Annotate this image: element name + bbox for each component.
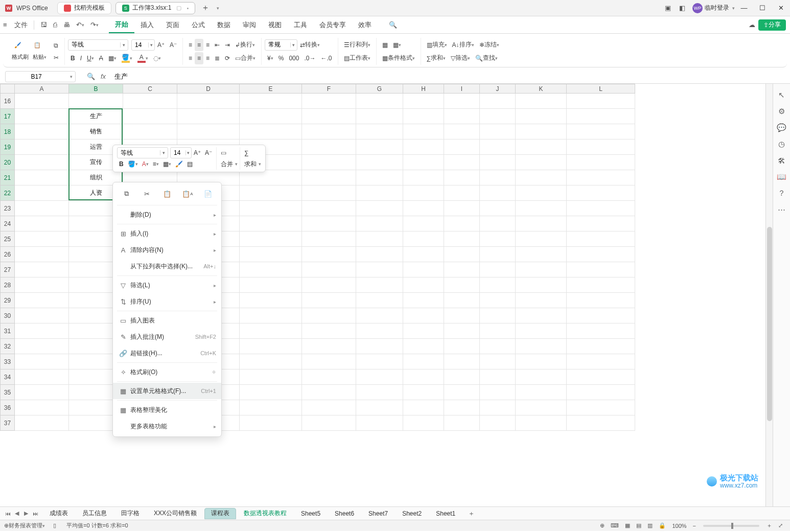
- mini-inc-font-icon[interactable]: A⁺: [192, 149, 203, 156]
- help-icon[interactable]: ？: [775, 185, 789, 201]
- sheet-tab-员工信息[interactable]: 员工信息: [76, 508, 113, 519]
- cell-E29[interactable]: [240, 293, 302, 308]
- scroll-thumb[interactable]: [767, 227, 772, 421]
- ctx-paste-icon[interactable]: 📋: [160, 188, 174, 200]
- cell-K22[interactable]: [516, 186, 567, 201]
- cell-J16[interactable]: [480, 94, 516, 109]
- cell-J34[interactable]: [480, 369, 516, 385]
- cell-K34[interactable]: [516, 369, 567, 385]
- cell-K29[interactable]: [516, 293, 567, 308]
- cell-E25[interactable]: [240, 232, 302, 247]
- ctx-item-0[interactable]: 删除(D) ▸: [113, 206, 221, 223]
- menu-tab-会员专享[interactable]: 会员专享: [313, 16, 352, 33]
- row-header-36[interactable]: 36: [1, 400, 15, 415]
- ctx-item-12[interactable]: 更多表格功能 ▸: [113, 418, 221, 434]
- formula-input[interactable]: [109, 73, 790, 80]
- row-header-19[interactable]: 19: [1, 140, 15, 155]
- save-icon[interactable]: 🖫: [37, 18, 50, 32]
- cell-G23[interactable]: [356, 201, 403, 216]
- cell-E36[interactable]: [240, 400, 302, 415]
- thousand-icon[interactable]: 000: [286, 52, 301, 64]
- align-top-icon[interactable]: ≡: [186, 39, 195, 51]
- cell-K19[interactable]: [516, 140, 567, 155]
- row-header-32[interactable]: 32: [1, 339, 15, 354]
- cell-F33[interactable]: [302, 354, 356, 369]
- cell-G32[interactable]: [356, 339, 403, 354]
- cell-J28[interactable]: [480, 277, 516, 293]
- cell-G21[interactable]: [356, 170, 403, 186]
- cell-C17[interactable]: [123, 109, 177, 124]
- layout-toggle-icon[interactable]: ▯: [49, 522, 60, 529]
- cell-G24[interactable]: [356, 216, 403, 232]
- cell-K31[interactable]: [516, 323, 567, 339]
- ctx-paste-values-icon[interactable]: 📄: [201, 188, 215, 200]
- cell-G22[interactable]: [356, 186, 403, 201]
- cell-A29[interactable]: [15, 293, 69, 308]
- cell-H23[interactable]: [403, 201, 444, 216]
- cell-K25[interactable]: [516, 232, 567, 247]
- chevron-down-icon[interactable]: ▾: [67, 74, 75, 79]
- cell-G36[interactable]: [356, 400, 403, 415]
- cell-J29[interactable]: [480, 293, 516, 308]
- cell-I24[interactable]: [444, 216, 480, 232]
- cell-J18[interactable]: [480, 124, 516, 140]
- orientation-icon[interactable]: ⟳: [222, 52, 233, 64]
- italic-button[interactable]: I: [78, 52, 84, 64]
- cell-H21[interactable]: [403, 170, 444, 186]
- cell-E34[interactable]: [240, 369, 302, 385]
- convert-button[interactable]: ⇄ 转换▾: [297, 39, 322, 51]
- cell-I18[interactable]: [444, 124, 480, 140]
- cell-F17[interactable]: [302, 109, 356, 124]
- sheet-tab-Sheet2[interactable]: Sheet2: [396, 508, 428, 519]
- cell-H26[interactable]: [403, 247, 444, 262]
- cell-H32[interactable]: [403, 339, 444, 354]
- cell-E35[interactable]: [240, 385, 302, 400]
- row-col-button[interactable]: ☰ 行和列▾: [341, 39, 373, 51]
- cell-I30[interactable]: [444, 308, 480, 323]
- cell-K35[interactable]: [516, 385, 567, 400]
- mini-format-paint-icon[interactable]: 🖌️: [173, 160, 185, 168]
- align-left-icon[interactable]: ≡: [186, 52, 195, 64]
- cell-I25[interactable]: [444, 232, 480, 247]
- sheet-tab-成绩表[interactable]: 成绩表: [43, 508, 75, 519]
- cell-F34[interactable]: [302, 369, 356, 385]
- col-header-E[interactable]: E: [240, 84, 302, 94]
- crosshair-icon[interactable]: ⊕: [597, 522, 608, 529]
- cell-L28[interactable]: [567, 277, 635, 293]
- row-header-33[interactable]: 33: [1, 354, 15, 369]
- share-button[interactable]: ⇪ 分享: [758, 19, 786, 31]
- mini-merge-icon[interactable]: ▭: [219, 149, 228, 156]
- file-menu[interactable]: 文件: [11, 18, 31, 32]
- cell-E26[interactable]: [240, 247, 302, 262]
- cell-I29[interactable]: [444, 293, 480, 308]
- cell-E24[interactable]: [240, 216, 302, 232]
- cell-I20[interactable]: [444, 155, 480, 170]
- cell-L16[interactable]: [567, 94, 635, 109]
- cell-I22[interactable]: [444, 186, 480, 201]
- cell-A22[interactable]: [15, 186, 69, 201]
- cell-E32[interactable]: [240, 339, 302, 354]
- cell-G16[interactable]: [356, 94, 403, 109]
- ctx-item-6[interactable]: ▭ 插入图表: [113, 312, 221, 329]
- cell-I17[interactable]: [444, 109, 480, 124]
- cube-icon[interactable]: ◧: [675, 1, 689, 15]
- ctx-item-3[interactable]: 从下拉列表中选择(K)... Alt+↓: [113, 258, 221, 274]
- fill-button[interactable]: ▥ 填充▾: [424, 39, 450, 51]
- menu-tab-工具[interactable]: 工具: [288, 16, 313, 33]
- zoom-value[interactable]: 100%: [669, 523, 689, 529]
- name-box[interactable]: ▾: [5, 71, 76, 82]
- col-header-F[interactable]: F: [302, 84, 356, 94]
- sheet-tab-XXX公司销售额[interactable]: XXX公司销售额: [147, 508, 203, 519]
- cell-K26[interactable]: [516, 247, 567, 262]
- menu-tab-公式[interactable]: 公式: [185, 16, 211, 33]
- cell-G28[interactable]: [356, 277, 403, 293]
- align-justify-icon[interactable]: ≣: [212, 52, 222, 64]
- cell-J23[interactable]: [480, 201, 516, 216]
- avatar[interactable]: WP: [692, 3, 703, 13]
- cell-D17[interactable]: [177, 109, 240, 124]
- login-label[interactable]: 临时登录: [705, 4, 729, 12]
- cell-H18[interactable]: [403, 124, 444, 140]
- cell-K36[interactable]: [516, 400, 567, 415]
- cell-H22[interactable]: [403, 186, 444, 201]
- cut-icon[interactable]: ✂: [51, 52, 61, 64]
